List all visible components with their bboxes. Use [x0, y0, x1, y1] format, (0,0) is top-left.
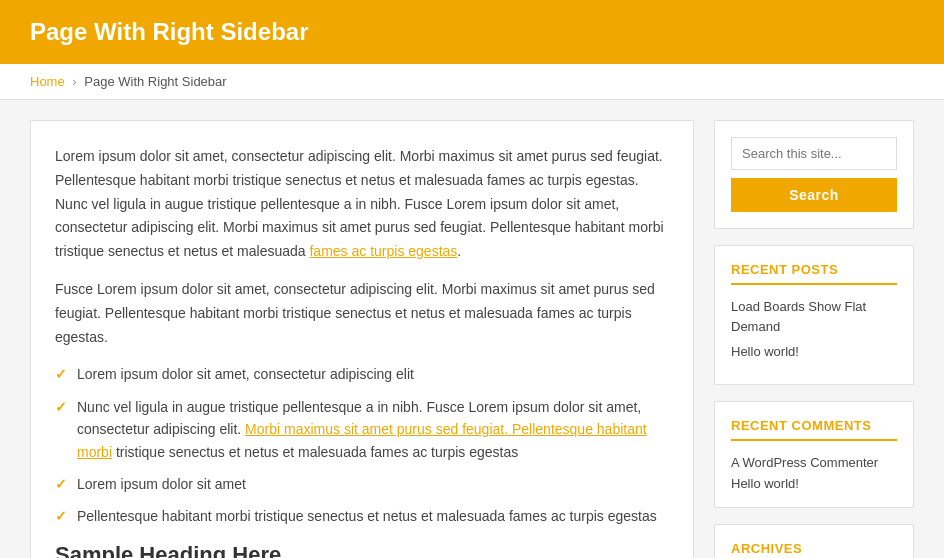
recent-comments-title: RECENT COMMENTS — [731, 418, 897, 441]
breadcrumb: Home › Page With Right Sidebar — [0, 64, 944, 100]
checklist-item: Nunc vel ligula in augue tristique pelle… — [55, 396, 669, 463]
content-paragraph-1: Lorem ipsum dolor sit amet, consectetur … — [55, 145, 669, 264]
archives-title: ARCHIVES — [731, 541, 897, 558]
main-layout: Lorem ipsum dolor sit amet, consectetur … — [0, 100, 944, 558]
archives-widget: ARCHIVES April 2019 — [714, 524, 914, 558]
content-paragraph-2: Fusce Lorem ipsum dolor sit amet, consec… — [55, 278, 669, 349]
breadcrumb-home[interactable]: Home — [30, 74, 65, 89]
breadcrumb-separator: › — [72, 74, 76, 89]
search-widget: Search — [714, 120, 914, 229]
recent-posts-title: RECENT POSTS — [731, 262, 897, 285]
recent-post-item[interactable]: Hello world! — [731, 342, 897, 362]
checklist: Lorem ipsum dolor sit amet, consectetur … — [55, 363, 669, 527]
checklist-item: Lorem ipsum dolor sit amet — [55, 473, 669, 495]
recent-comment-link[interactable]: Hello world! — [731, 476, 897, 491]
recent-post-item[interactable]: Load Boards Show Flat Demand — [731, 297, 897, 336]
search-button[interactable]: Search — [731, 178, 897, 212]
breadcrumb-current: Page With Right Sidebar — [84, 74, 226, 89]
sample-heading: Sample Heading Here — [55, 542, 669, 558]
recent-comments-widget: RECENT COMMENTS A WordPress Commenter He… — [714, 401, 914, 509]
checklist-item: Pellentesque habitant morbi tristique se… — [55, 505, 669, 527]
checklist-item: Lorem ipsum dolor sit amet, consectetur … — [55, 363, 669, 385]
page-header: Page With Right Sidebar — [0, 0, 944, 64]
search-input[interactable] — [731, 137, 897, 170]
recent-commenter: A WordPress Commenter — [731, 453, 897, 473]
main-content: Lorem ipsum dolor sit amet, consectetur … — [30, 120, 694, 558]
page-title: Page With Right Sidebar — [30, 18, 914, 46]
recent-posts-widget: RECENT POSTS Load Boards Show Flat Deman… — [714, 245, 914, 385]
sidebar: Search RECENT POSTS Load Boards Show Fla… — [714, 120, 914, 558]
